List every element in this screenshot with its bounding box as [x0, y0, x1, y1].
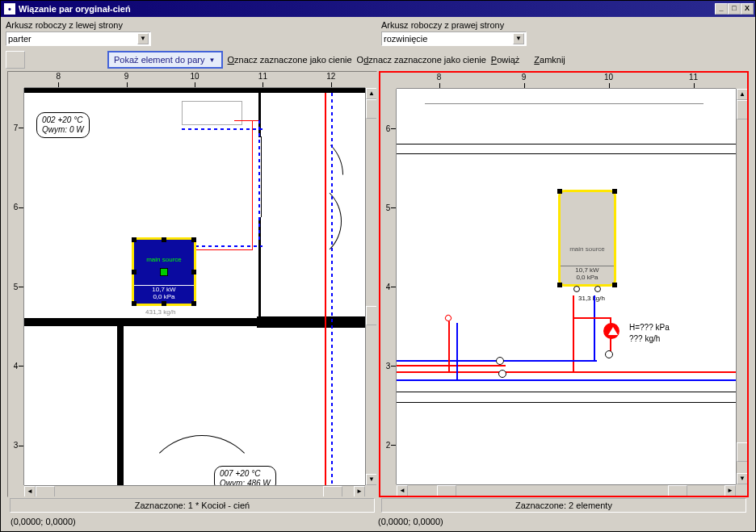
boiler-shadow[interactable]: main source 10,7 kW 0,0 kPa	[132, 237, 196, 306]
door-arc	[261, 181, 342, 262]
scroll-thumb[interactable]	[323, 486, 342, 497]
ruler-tick: 7	[8, 88, 23, 167]
close-button[interactable]: X	[741, 3, 754, 15]
scroll-up-button[interactable]: ▲	[737, 89, 748, 100]
boiler-name: main source	[561, 245, 614, 253]
pipe-return	[456, 323, 458, 379]
sheet-labels-row: Arkusz roboczy z lewej strony Arkusz rob…	[6, 20, 750, 30]
pipe-return	[258, 120, 260, 241]
left-sheet-label: Arkusz roboczy z lewej strony	[6, 20, 375, 30]
mark-shadow-menu[interactable]: OOznacz zaznaczone jako cienieznacz zazn…	[228, 55, 352, 65]
scroll-left-button[interactable]: ◄	[24, 486, 36, 497]
close-menu[interactable]: Zamknij	[534, 55, 565, 65]
room-id-temp: 007 +20 °C	[220, 469, 271, 479]
right-sheet-value: rozwinięcie	[384, 34, 427, 44]
pump-flow-label: ??? kg/h	[629, 334, 660, 343]
left-vertical-scrollbar[interactable]: ▲ ▼	[365, 88, 376, 485]
scroll-thumb[interactable]	[366, 99, 377, 119]
scroll-down-button[interactable]: ▼	[366, 474, 377, 485]
scroll-left-button[interactable]: ◄	[397, 485, 408, 496]
ruler-tick: 10	[161, 72, 229, 87]
chevron-down-icon[interactable]: ▼	[513, 33, 524, 44]
line	[425, 103, 704, 104]
scroll-thumb[interactable]	[668, 485, 687, 496]
room-id-temp: 002 +20 °C	[42, 115, 84, 125]
pipe-supply	[448, 321, 450, 371]
scroll-thumb[interactable]	[737, 442, 748, 462]
ruler-tick: 11	[651, 73, 736, 88]
scroll-thumb[interactable]	[36, 486, 55, 497]
scroll-thumb[interactable]	[437, 485, 456, 496]
tool-unknown-button[interactable]	[6, 51, 25, 69]
ruler-tick: 8	[24, 72, 92, 87]
maximize-button[interactable]: □	[728, 3, 741, 15]
pipe-supply	[573, 317, 611, 319]
show-pair-label: Pokaż element do pary	[114, 55, 205, 65]
ruler-tick: 10	[566, 73, 651, 88]
boiler-marker-icon	[160, 268, 168, 276]
left-horizontal-scrollbar[interactable]: ◄ ►	[24, 485, 365, 496]
pipe-return	[331, 93, 333, 485]
port-icon	[573, 286, 580, 292]
scroll-thumb[interactable]	[366, 306, 377, 325]
boiler-values: 10,7 kW 0,0 kPa	[134, 285, 194, 300]
scroll-right-button[interactable]: ►	[724, 485, 736, 496]
ruler-tick: 6	[380, 89, 396, 168]
wall	[257, 316, 365, 328]
left-sheet-value: parter	[8, 34, 32, 44]
chevron-down-icon[interactable]: ▼	[137, 33, 149, 44]
left-pane-view: 8 9 10 11 12 7 6 5 4 3	[7, 71, 377, 497]
left-canvas[interactable]: 002 +20 °C Qwym: 0 W 007 +20 °C Qwym: 48…	[24, 88, 365, 485]
room-info-box: 007 +20 °C Qwym: 486 W	[214, 466, 276, 485]
right-status: Zaznaczone: 2 elementy	[381, 498, 746, 513]
ruler-tick: 9	[481, 73, 566, 88]
left-status: Zaznaczone: 1 * Kocioł - cień	[10, 498, 375, 513]
pipe-return	[397, 379, 736, 381]
show-pair-button[interactable]: Pokaż element do pary ▼	[107, 51, 223, 69]
scroll-right-button[interactable]: ►	[354, 486, 365, 497]
left-coords: (0,0000; 0,0000)	[10, 517, 378, 526]
valve-icon	[496, 357, 504, 365]
pump-head-label: H=??? kPa	[629, 323, 670, 332]
ruler-tick: 4	[8, 326, 23, 405]
right-vertical-ruler: 6 5 4 3 2	[380, 89, 397, 484]
app-window: • Wiązanie par oryginał-cień _ □ X Arkus…	[0, 0, 756, 532]
boiler-flow: 31,3 kg/h	[578, 295, 605, 302]
right-pane-view: 8 9 10 11 6 5 4 3 2	[379, 71, 749, 497]
room-power: Qwym: 0 W	[42, 125, 84, 135]
scroll-down-button[interactable]: ▼	[737, 473, 748, 484]
scroll-up-button[interactable]: ▲	[366, 88, 377, 99]
right-vertical-scrollbar[interactable]: ▲ ▼	[736, 89, 747, 484]
left-horizontal-ruler: 8 9 10 11 12	[24, 72, 365, 88]
left-sheet-combo[interactable]: parter ▼	[6, 31, 151, 46]
pipe-supply	[397, 365, 506, 367]
ruler-tick: 4	[380, 247, 396, 326]
right-canvas[interactable]: main source 10,7 kW 0,0 kPa 31,3 kg/h	[397, 89, 736, 484]
pipe-supply	[234, 120, 258, 121]
minimize-button[interactable]: _	[715, 3, 728, 15]
ruler-tick: 2	[380, 405, 396, 484]
boiler-original[interactable]: main source 10,7 kW 0,0 kPa	[558, 190, 616, 287]
port-icon	[594, 286, 601, 292]
right-horizontal-scrollbar[interactable]: ◄ ►	[397, 484, 736, 496]
room-info-box: 002 +20 °C Qwym: 0 W	[36, 112, 90, 138]
element-box	[182, 101, 242, 125]
pump-icon[interactable]	[603, 323, 620, 341]
wall	[24, 318, 262, 326]
boiler-flow: 431,3 kg/h	[145, 308, 175, 316]
ruler-tick: 8	[397, 73, 481, 88]
valve-icon	[498, 370, 506, 378]
scroll-thumb[interactable]	[737, 100, 748, 119]
ruler-tick: 6	[8, 167, 23, 246]
right-sheet-combo[interactable]: rozwinięcie ▼	[381, 31, 527, 46]
chevron-down-icon[interactable]: ▼	[208, 57, 216, 64]
boiler-values: 10,7 kW 0,0 kPa	[561, 266, 614, 281]
left-pane: 8 9 10 11 12 7 6 5 4 3	[7, 71, 377, 513]
unmark-shadow-menu[interactable]: Odznacz zaznaczone jako cienie	[357, 55, 486, 65]
bind-menu[interactable]: Powiąż	[491, 55, 519, 65]
ruler-tick: 12	[297, 72, 365, 87]
window-title: Wiązanie par oryginał-cień	[19, 4, 131, 14]
pipe-supply	[397, 371, 736, 373]
titlebar: • Wiązanie par oryginał-cień _ □ X	[1, 1, 755, 17]
toolbar: Pokaż element do pary ▼ OOznacz zaznaczo…	[6, 51, 750, 71]
